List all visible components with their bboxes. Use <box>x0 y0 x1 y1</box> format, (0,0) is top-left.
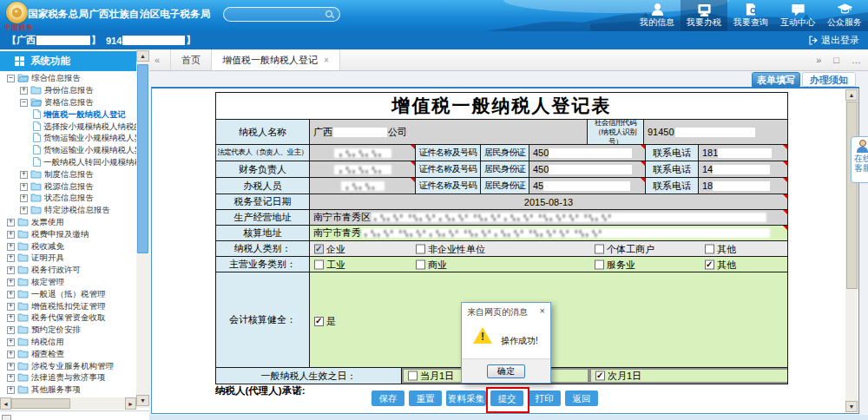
sidebar-vertical-scrollbar[interactable]: ▲ ▼ <box>136 50 149 408</box>
expand-node-icon[interactable]: + <box>20 194 28 202</box>
checkbox-次月1日[interactable]: 次月1日 <box>595 370 641 383</box>
expand-node-icon[interactable]: + <box>7 338 15 346</box>
tree-item-状态信息报告[interactable]: +状态信息报告 <box>0 193 136 205</box>
tab-form-fill[interactable]: 表单填写 <box>752 72 800 87</box>
expand-node-icon[interactable]: + <box>7 243 15 251</box>
checkbox-icon[interactable] <box>416 244 425 253</box>
checkbox-icon[interactable] <box>595 244 604 253</box>
expand-node-icon[interactable]: + <box>7 386 15 394</box>
重置-button[interactable]: 重置 <box>409 390 442 406</box>
打印-button[interactable]: 打印 <box>528 390 561 406</box>
expand-node-icon[interactable]: + <box>7 231 15 239</box>
expand-node-icon[interactable]: + <box>7 279 15 286</box>
expand-node-icon[interactable]: + <box>7 266 15 274</box>
tree-item-增值税抵扣凭证管理[interactable]: +增值税抵扣凭证管理 <box>0 300 136 312</box>
expand-node-icon[interactable]: + <box>7 374 15 382</box>
checkbox-icon[interactable] <box>314 244 324 253</box>
checkbox-当月1日[interactable]: 当月1日 <box>408 370 454 383</box>
tree-item-税务代保管资金收取[interactable]: +税务代保管资金收取 <box>0 312 136 325</box>
tree-item-货物运输业小规模纳税人异地[interactable]: 货物运输业小规模纳税人异地 <box>0 145 136 157</box>
tree-item-预约定价安排[interactable]: +预约定价安排 <box>0 325 136 337</box>
tree-item-资格信息报告[interactable]: −资格信息报告 <box>0 97 136 109</box>
checkbox-个体工商户[interactable]: 个体工商户 <box>595 242 654 255</box>
tree-item-涉税专业服务机构管理[interactable]: +涉税专业服务机构管理 <box>0 360 136 372</box>
checkbox-工业[interactable]: 工业 <box>314 258 345 271</box>
返回-button[interactable]: 返回 <box>565 390 598 406</box>
nav-我要办税[interactable]: 我要办税 <box>681 0 727 31</box>
checkbox-商业[interactable]: 商业 <box>416 258 447 271</box>
expand-node-icon[interactable]: + <box>7 219 15 226</box>
tree-item-税费申报及缴纳[interactable]: +税费申报及缴纳 <box>0 228 136 240</box>
tree-item-货物运输业小规模纳税人异地[interactable]: 货物运输业小规模纳税人异地 <box>0 133 136 145</box>
checkbox-是[interactable]: 是 <box>314 315 336 328</box>
scroll-down-icon[interactable]: ▼ <box>845 401 858 412</box>
tree-item-法律追责与救济事项[interactable]: +法律追责与救济事项 <box>0 372 136 384</box>
tree-item-发票使用[interactable]: +发票使用 <box>0 217 136 229</box>
ok-button[interactable]: 确定 <box>487 364 525 378</box>
expand-node-icon[interactable]: + <box>7 363 15 371</box>
tree-item-税源信息报告[interactable]: +税源信息报告 <box>0 180 136 193</box>
tree-item-增值税一般纳税人登记[interactable]: 增值税一般纳税人登记 <box>0 108 136 121</box>
tree-item-特定涉税信息报告[interactable]: +特定涉税信息报告 <box>0 205 136 217</box>
checkbox-服务业[interactable]: 服务业 <box>595 258 635 271</box>
expand-node-icon[interactable]: + <box>7 351 15 358</box>
legal-rep-id[interactable]: 450 <box>529 145 646 161</box>
tree-item-选择按小规模纳税人纳税的情[interactable]: 选择按小规模纳税人纳税的情 <box>0 121 136 133</box>
scrollbar-thumb[interactable] <box>137 64 148 253</box>
scrollbar-thumb[interactable] <box>846 102 858 289</box>
nav-我要查询[interactable]: 我要查询 <box>727 0 774 31</box>
expand-node-icon[interactable]: + <box>20 207 28 214</box>
tree-item-一般纳税人转回小规模纳税人[interactable]: 一般纳税人转回小规模纳税人 <box>0 157 136 169</box>
accounting-address-value[interactable]: 南宁市青秀▖▚▖▚▘▝▚▖▚▘▖▚▖▚▘▝▚▖▚▘▖▚▖▚▘▝▚▖▚▘▚▘▝▚▖… <box>310 226 787 240</box>
scroll-up-icon[interactable]: ▲ <box>136 50 149 62</box>
sidebar-horizontal-scrollbar[interactable]: ◄ ► <box>0 397 136 410</box>
tree-item-税收减免[interactable]: +税收减免 <box>0 240 136 253</box>
business-address-value[interactable]: 南宁市青秀区▖▚▖▚▘▝▚▖▚▘▖▚▖▚▘▝▚▖▚▘▖▚▖▚▘▝▚▖▚▘▚▘▝▚… <box>310 210 787 225</box>
tax-clerk-name[interactable]: ▖▚▖▚▖ <box>310 178 416 194</box>
expand-node-icon[interactable]: + <box>7 326 15 334</box>
tree-item-核定管理[interactable]: +核定管理 <box>0 277 136 289</box>
legal-rep-phone[interactable]: 181 <box>699 145 787 161</box>
nav-互动中心[interactable]: 互动中心 <box>774 0 821 31</box>
expand-node-icon[interactable]: + <box>7 303 15 311</box>
scrollbar-thumb[interactable] <box>11 398 70 409</box>
tree-item-制度信息报告[interactable]: +制度信息报告 <box>0 168 136 180</box>
资料采集-button[interactable]: 资料采集 <box>446 390 486 406</box>
checkbox-icon[interactable] <box>408 371 418 381</box>
expand-node-icon[interactable]: + <box>20 183 28 191</box>
tree-item-身份信息报告[interactable]: +身份信息报告 <box>0 85 136 97</box>
tab-首页[interactable]: 首页 <box>170 49 212 70</box>
checkbox-非企业性单位[interactable]: 非企业性单位 <box>416 242 485 255</box>
checkbox-icon[interactable] <box>314 259 324 269</box>
collapse-node-icon[interactable]: − <box>20 99 28 107</box>
checkbox-icon[interactable] <box>416 259 425 269</box>
search-input[interactable] <box>223 7 340 22</box>
checkbox-icon[interactable] <box>595 259 604 269</box>
tree-item-一般退（抵）税管理[interactable]: +一般退（抵）税管理 <box>0 288 136 300</box>
nav-公众服务[interactable]: 公众服务 <box>821 0 868 31</box>
expand-node-icon[interactable]: + <box>7 254 15 262</box>
collapse-node-icon[interactable]: − <box>7 75 15 82</box>
checkbox-icon[interactable] <box>314 317 324 326</box>
expand-node-icon[interactable]: + <box>20 87 28 95</box>
tree-item-纳税信用[interactable]: +纳税信用 <box>0 337 136 349</box>
scroll-up-icon[interactable]: ▲ <box>845 89 858 101</box>
tab-notice[interactable]: 办理须知 <box>802 72 856 87</box>
scroll-down-icon[interactable]: ▼ <box>136 395 149 406</box>
nav-我的信息[interactable]: 我的信息 <box>634 0 681 31</box>
finance-officer-phone[interactable]: 14 <box>699 161 787 177</box>
finance-officer-name[interactable]: ▖▚▖▚▖▚▖ <box>310 161 416 177</box>
tab-增值税一般纳税人登记[interactable]: 增值税一般纳税人登记× <box>211 49 340 70</box>
保存-button[interactable]: 保存 <box>372 390 404 406</box>
logout-button[interactable]: 退出登录 <box>809 34 859 47</box>
more-icon[interactable]: … <box>852 49 861 70</box>
expand-node-icon[interactable]: + <box>7 314 15 322</box>
scroll-left-icon[interactable]: ◄ <box>0 397 11 410</box>
expand-node-icon[interactable]: + <box>20 171 28 179</box>
checkbox-其他[interactable]: 其他 <box>705 258 736 271</box>
checkbox-icon[interactable] <box>595 371 605 381</box>
collapse-sidebar-icon[interactable]: « <box>155 49 160 70</box>
tree-item-其他服务事项[interactable]: +其他服务事项 <box>0 384 136 397</box>
tree-item-综合信息报告[interactable]: −综合信息报告 <box>0 73 136 85</box>
tree-item-税务行政许可[interactable]: +税务行政许可 <box>0 265 136 277</box>
